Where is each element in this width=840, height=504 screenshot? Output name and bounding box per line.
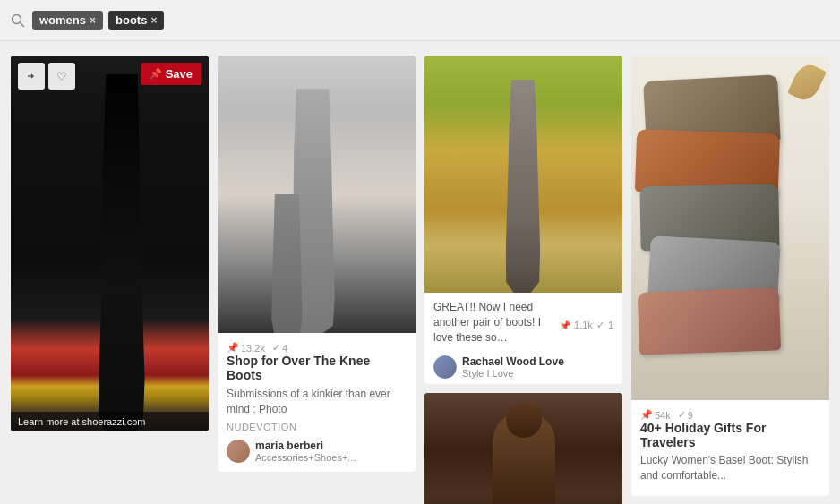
- col3a-desc: GREAT!! Now I need another pair of boots…: [433, 300, 560, 345]
- pin-image-2: [218, 56, 416, 333]
- icon-buttons-1: ♡: [18, 63, 75, 90]
- col4-card-body: 📌 54k ✓ 9 40+ Holiday Gifts For Traveler…: [631, 400, 829, 496]
- pin-image-3a: [424, 56, 622, 293]
- col4-save-count: 54k: [655, 410, 671, 421]
- search-tags: womens × boots ×: [32, 11, 164, 30]
- col-1: ♡ 📌 Save Learn more at shoerazzi.com: [11, 56, 209, 431]
- svg-line-1: [21, 22, 25, 27]
- col2-user-meta: maria berberi Accessories+Shoes+...: [227, 440, 407, 463]
- col3a-user-info: Rachael Wood Love Style I Love: [462, 355, 564, 379]
- main-content: ♡ 📌 Save Learn more at shoerazzi.com: [0, 41, 840, 504]
- col-3: GREAT!! Now I need another pair of boots…: [424, 56, 622, 504]
- svg-point-0: [13, 14, 21, 23]
- search-icon[interactable]: [11, 13, 25, 28]
- save-button-1[interactable]: 📌 Save: [141, 63, 201, 85]
- tag-womens-label: womens: [39, 13, 86, 27]
- pin-card-3a: GREAT!! Now I need another pair of boots…: [424, 56, 622, 384]
- col3a-card-body: GREAT!! Now I need another pair of boots…: [424, 293, 622, 384]
- pin-card-1-actions: ♡ 📌 Save: [11, 63, 209, 90]
- col2-save-count: 13.2k: [241, 343, 265, 354]
- col2-title: Shop for Over The Knee Boots: [227, 354, 407, 382]
- col2-pin-icon: 📌: [227, 342, 239, 354]
- col2-user-info: maria berberi Accessories+Shoes+...: [255, 440, 356, 463]
- save-label-1: Save: [166, 67, 193, 81]
- col3a-heart-count: 1: [608, 320, 613, 330]
- col3a-username: Rachael Wood Love: [462, 355, 564, 368]
- heart-button-1[interactable]: ♡: [48, 63, 75, 90]
- pin-card-1: ♡ 📌 Save Learn more at shoerazzi.com: [11, 56, 209, 431]
- col4-desc: Lucky Women's Basel Boot: Stylish and co…: [640, 453, 820, 483]
- col4-heart-icon: ✓: [678, 409, 686, 421]
- pin-card-3b: [424, 393, 622, 504]
- tag-boots[interactable]: boots ×: [108, 11, 164, 30]
- header: womens × boots ×: [0, 0, 840, 41]
- col2-card-body: 📌 13.2k ✓ 4 Shop for Over The Knee Boots…: [218, 333, 416, 472]
- pin-image-4: [631, 56, 829, 400]
- tag-boots-close[interactable]: ×: [150, 14, 157, 27]
- col3a-heart-icon: ✓: [596, 320, 604, 331]
- col3a-user-meta: Rachael Wood Love Style I Love: [433, 355, 613, 379]
- tag-womens[interactable]: womens ×: [32, 11, 103, 30]
- col2-save-stat: 📌 13.2k: [227, 342, 265, 354]
- col2-userhandle: Accessories+Shoes+...: [255, 452, 356, 463]
- pin-footer-text-1: Learn more at shoerazzi.com: [18, 416, 145, 427]
- col2-desc: Submissions of a kinkier than ever mind …: [227, 387, 407, 417]
- col2-avatar[interactable]: [227, 440, 250, 463]
- col4-title: 40+ Holiday Gifts For Travelers: [640, 421, 820, 449]
- pin-image-1: ♡ 📌 Save Learn more at shoerazzi.com: [11, 56, 209, 431]
- col2-source: NUDEVOTION: [227, 422, 407, 432]
- tag-boots-label: boots: [116, 13, 147, 27]
- pin-icon-save: 📌: [150, 68, 162, 80]
- col2-username: maria berberi: [255, 440, 356, 452]
- tag-womens-close[interactable]: ×: [90, 14, 96, 27]
- col3a-userhandle: Style I Love: [462, 368, 564, 379]
- pin-image-3b: [424, 393, 622, 504]
- col2-heart-icon: ✓: [272, 342, 280, 354]
- col4-save-stat: 📌 54k: [640, 409, 671, 421]
- col3a-pin-icon: 📌: [560, 320, 570, 330]
- col2-heart-stat: ✓ 4: [272, 342, 287, 354]
- heart-icon-1: ♡: [56, 70, 67, 83]
- col3a-stats-row: GREAT!! Now I need another pair of boots…: [433, 300, 613, 350]
- col4-stats: 📌 54k ✓ 9: [640, 409, 820, 421]
- col-2: 📌 13.2k ✓ 4 Shop for Over The Knee Boots…: [218, 56, 416, 472]
- share-button-1[interactable]: [18, 63, 45, 90]
- col-4: 📌 54k ✓ 9 40+ Holiday Gifts For Traveler…: [631, 56, 829, 496]
- pin-footer-1: Learn more at shoerazzi.com: [11, 412, 209, 431]
- pin-card-2: 📌 13.2k ✓ 4 Shop for Over The Knee Boots…: [218, 56, 416, 472]
- col2-heart-count: 4: [282, 343, 287, 354]
- col3a-avatar[interactable]: [433, 355, 457, 379]
- col2-stats: 📌 13.2k ✓ 4: [227, 342, 407, 354]
- col4-pin-icon: 📌: [640, 409, 653, 421]
- col4-heart-stat: ✓ 9: [678, 409, 693, 421]
- col3a-save-count: 1.1k: [574, 320, 593, 330]
- col4-heart-count: 9: [688, 410, 693, 421]
- pin-card-4: 📌 54k ✓ 9 40+ Holiday Gifts For Traveler…: [631, 56, 829, 496]
